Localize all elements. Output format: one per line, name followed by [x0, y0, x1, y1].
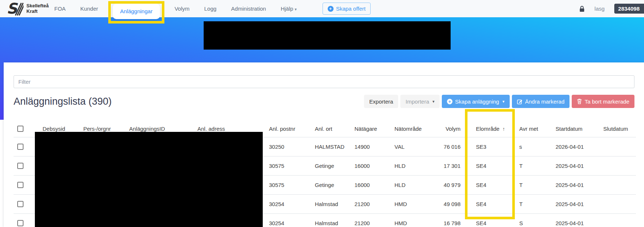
- nav-item-kunder[interactable]: Kunder: [80, 6, 98, 12]
- cell-slutdatum: [599, 175, 636, 194]
- trash-icon: [577, 98, 582, 104]
- col-anl-postnr[interactable]: Anl. postnr: [265, 120, 310, 137]
- redaction-banner-overlay: [204, 21, 451, 50]
- cell-elomrade: SE4: [465, 175, 515, 194]
- cell-natomrade: HLD: [390, 156, 435, 175]
- cell-natomrade: HLD: [390, 175, 435, 194]
- toolbar: Exportera Importera▾ + Skapa anläggning …: [364, 95, 634, 108]
- cell-postnr: 30250: [265, 137, 310, 156]
- chevron-down-icon: ▾: [295, 7, 297, 11]
- cell-slutdatum: [599, 156, 636, 175]
- logo-text: Skellefteå Kraft: [26, 3, 49, 14]
- cell-elomrade: SE4: [465, 194, 515, 213]
- cell-slutdatum: [599, 194, 636, 213]
- col-slutdatum[interactable]: Slutdatum: [599, 120, 636, 137]
- cell-avrmet: s: [515, 137, 551, 156]
- cell-volym: 49 098: [435, 194, 465, 213]
- cell-volym: 16 798: [435, 213, 465, 227]
- filter-input[interactable]: [14, 75, 634, 88]
- sort-asc-icon: ↑: [502, 126, 505, 132]
- nav-right: lasg 2834098: [579, 0, 644, 17]
- cell-elomrade: SE4: [465, 213, 515, 227]
- user-name: lasg: [594, 6, 605, 12]
- cell-ort: HALMSTAD: [310, 137, 350, 156]
- cell-natomrade: VAL: [390, 137, 435, 156]
- chevron-down-icon: ▾: [433, 99, 435, 104]
- exportera-button[interactable]: Exportera: [364, 95, 398, 108]
- cell-slutdatum: [599, 137, 636, 156]
- row-checkbox[interactable]: [17, 220, 23, 226]
- cell-startdatum: 2025-04-01: [551, 156, 599, 175]
- cell-postnr: 30254: [265, 194, 310, 213]
- nav-item-anlaggningar[interactable]: Anläggningar: [120, 8, 152, 14]
- andra-markerad-button[interactable]: Ändra markerad: [512, 95, 570, 108]
- cell-elomrade: SE3: [465, 137, 515, 156]
- col-volym[interactable]: Volym: [435, 120, 465, 137]
- select-all-checkbox[interactable]: [17, 126, 23, 132]
- lock-icon: [579, 6, 585, 12]
- cell-slutdatum: [599, 213, 636, 227]
- cell-natagare: 14900: [350, 137, 390, 156]
- pencil-square-icon: [517, 99, 523, 104]
- cell-startdatum: 2026-04-01: [551, 137, 599, 156]
- col-anl-ort[interactable]: Anl. ort: [310, 120, 350, 137]
- cell-postnr: 30254: [265, 213, 310, 227]
- nav-item-administration[interactable]: Administration: [231, 6, 266, 12]
- cell-ort: Halmstad: [310, 213, 350, 227]
- row-checkbox[interactable]: [17, 201, 23, 207]
- cell-elomrade: SE4: [465, 156, 515, 175]
- logo-mark: S: [7, 1, 23, 16]
- plus-circle-icon: +: [447, 99, 452, 104]
- logo[interactable]: S Skellefteå Kraft: [7, 1, 49, 16]
- nav-item-volym[interactable]: Volym: [175, 6, 190, 12]
- cell-natomrade: HMD: [390, 194, 435, 213]
- cell-postnr: 30575: [265, 156, 310, 175]
- cell-volym: 40 979: [435, 175, 465, 194]
- cell-natagare: 16000: [350, 175, 390, 194]
- importera-button[interactable]: Importera▾: [400, 95, 440, 108]
- nav-item-hjalp[interactable]: Hjälp▾: [281, 6, 297, 12]
- row-checkbox[interactable]: [17, 144, 23, 150]
- row-checkbox[interactable]: [17, 182, 23, 188]
- top-nav: S Skellefteå Kraft FOA Kunder Anläggning…: [0, 0, 644, 17]
- cell-natagare: 16000: [350, 156, 390, 175]
- app-page: { "nav": { "logo_line1": "Skellefteå", "…: [0, 0, 644, 227]
- cell-startdatum: 2025-04-01: [551, 194, 599, 213]
- redaction-table-overlay: [35, 132, 263, 227]
- cell-volym: 17 301: [435, 156, 465, 175]
- env-badge: 2834098: [614, 4, 644, 14]
- cell-natomrade: HMD: [390, 213, 435, 227]
- cell-natagare: 21200: [350, 213, 390, 227]
- page-title: Anläggningslista (390): [14, 96, 112, 107]
- cell-postnr: 30575: [265, 175, 310, 194]
- col-natagare[interactable]: Nätägare: [350, 120, 390, 137]
- cell-avrmet: T: [515, 175, 551, 194]
- skapa-anlaggning-button[interactable]: + Skapa anläggning ▾: [442, 95, 510, 108]
- col-natomrade[interactable]: Nätområde: [390, 120, 435, 137]
- cell-ort: Getinge: [310, 175, 350, 194]
- cell-startdatum: 2025-04-01: [551, 213, 599, 227]
- col-avr-met[interactable]: Avr met: [515, 120, 551, 137]
- cell-avrmet: T: [515, 194, 551, 213]
- cell-ort: Halmstad: [310, 194, 350, 213]
- col-startdatum[interactable]: Startdatum: [551, 120, 599, 137]
- cell-avrmet: S: [515, 213, 551, 227]
- col-elomrade[interactable]: Elområde↑: [465, 120, 515, 137]
- skapa-offert-button[interactable]: + Skapa offert: [323, 3, 371, 15]
- nav-items: FOA Kunder Anläggningar Volym Logg Admin…: [54, 0, 371, 17]
- cell-natagare: 21200: [350, 194, 390, 213]
- ta-bort-markerade-button[interactable]: Ta bort markerade: [572, 95, 634, 108]
- row-checkbox[interactable]: [17, 163, 23, 169]
- cell-volym: 76 016: [435, 137, 465, 156]
- plus-circle-icon: +: [328, 6, 334, 12]
- cell-ort: Getinge: [310, 156, 350, 175]
- cell-avrmet: T: [515, 156, 551, 175]
- nav-item-logg[interactable]: Logg: [204, 6, 216, 12]
- cell-startdatum: 2025-04-01: [551, 175, 599, 194]
- nav-item-anlaggningar-pill: Anläggningar: [113, 1, 160, 17]
- list-header-row: Anläggningslista (390) Exportera Importe…: [14, 95, 634, 108]
- chevron-down-icon: ▾: [502, 99, 505, 104]
- nav-item-foa[interactable]: FOA: [54, 6, 66, 12]
